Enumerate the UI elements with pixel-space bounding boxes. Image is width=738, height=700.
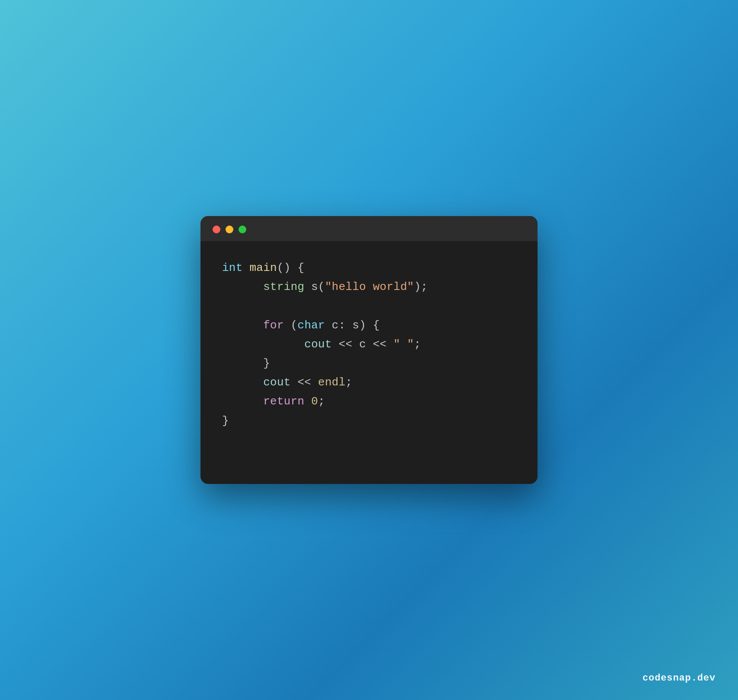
code-line-7: cout << endl; — [222, 373, 516, 392]
code-line-3 — [222, 296, 516, 315]
titlebar — [200, 216, 538, 241]
maximize-dot[interactable] — [239, 226, 246, 233]
minimize-dot[interactable] — [226, 226, 233, 233]
close-dot[interactable] — [213, 226, 220, 233]
code-window: int main() { string s("hello world"); fo… — [200, 216, 538, 484]
code-line-8: return 0; — [222, 392, 516, 411]
code-line-6: } — [222, 354, 516, 373]
code-line-5: cout << c << " "; — [222, 335, 516, 354]
code-line-9: } — [222, 411, 516, 430]
code-line-4: for (char c: s) { — [222, 316, 516, 335]
branding-label: codesnap.dev — [643, 673, 716, 684]
code-line-1: int main() { — [222, 258, 516, 277]
code-area: int main() { string s("hello world"); fo… — [200, 241, 538, 452]
code-line-2: string s("hello world"); — [222, 277, 516, 296]
